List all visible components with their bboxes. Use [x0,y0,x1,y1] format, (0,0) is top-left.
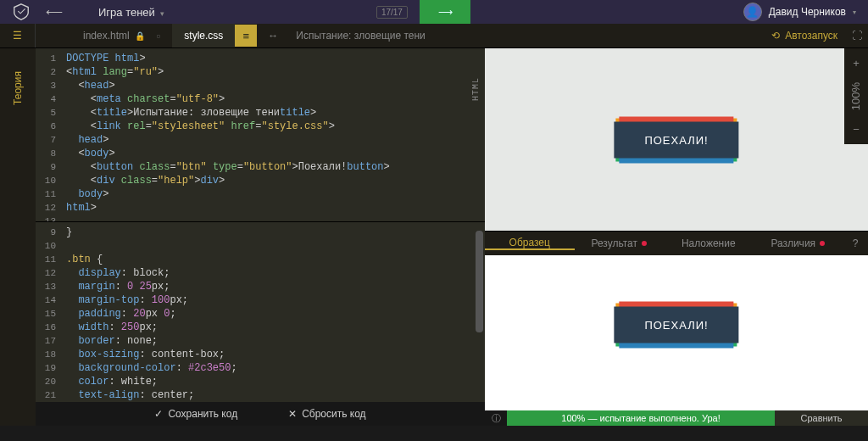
result-preview: ПОЕХАЛИ! + 100% − [485,48,868,232]
theory-sidebar[interactable]: Теория [0,48,36,426]
help-icon[interactable]: ? [843,237,868,249]
tab-index-html[interactable]: index.html🔒▫ [71,24,172,47]
scrollbar-thumb[interactable] [476,231,483,332]
avatar: 👤 [743,3,762,21]
progress-badge: 17/17 [376,6,408,19]
save-button[interactable]: ✓Сохранить код [154,408,237,420]
reference-preview: ПОЕХАЛИ! [485,255,868,410]
theory-label: Теория [12,71,24,105]
tab-sample[interactable]: Образец [485,237,575,250]
tab-result[interactable]: Результат [575,237,665,249]
reset-button[interactable]: ✕Сбросить код [288,408,365,420]
info-icon[interactable]: ⓘ [485,412,507,425]
zoom-out[interactable]: − [853,120,860,139]
html-editor[interactable]: HTML 12345678910111213 DOCTYPE html> <ht… [36,48,485,222]
course-dropdown[interactable]: Игра теней▾ [98,6,164,19]
close-icon[interactable]: ▫ [157,30,161,42]
task-title: Испытание: зловещие тени [296,30,426,42]
menu-icon[interactable]: ☰ [0,24,36,47]
preview-button: ПОЕХАЛИ! [614,121,738,158]
logo[interactable] [12,3,31,21]
fullscreen-icon[interactable]: ⛶ [846,30,868,42]
zoom-in[interactable]: + [853,53,860,73]
tab-diff[interactable]: Различия [754,237,843,249]
status-success: 100% — испытание выполнено. Ура! [507,410,775,426]
pane-resize-icon[interactable]: ↔ [262,24,284,47]
x-icon: ✕ [288,408,297,420]
tab-style-css[interactable]: style.css [172,24,235,47]
autorun-toggle[interactable]: ⟲Автозапуск [771,30,837,42]
tab-overlay[interactable]: Наложение [664,237,754,249]
css-editor[interactable]: ↑ CSS 9101112131415161718192021222324252… [36,222,485,426]
lock-icon: 🔒 [135,31,145,41]
reference-button: ПОЕХАЛИ! [614,307,738,343]
compare-button[interactable]: Сравнить [775,410,868,426]
format-icon[interactable]: ≡ [235,25,257,47]
user-menu[interactable]: 👤 Давид Черников ▾ [743,3,856,21]
zoom-value: 100% [847,82,866,110]
username: Давид Черников [769,6,846,18]
check-icon: ✓ [154,408,163,420]
back-arrow[interactable]: ⟵ [46,5,61,19]
next-button[interactable]: ⟶ [420,0,470,24]
